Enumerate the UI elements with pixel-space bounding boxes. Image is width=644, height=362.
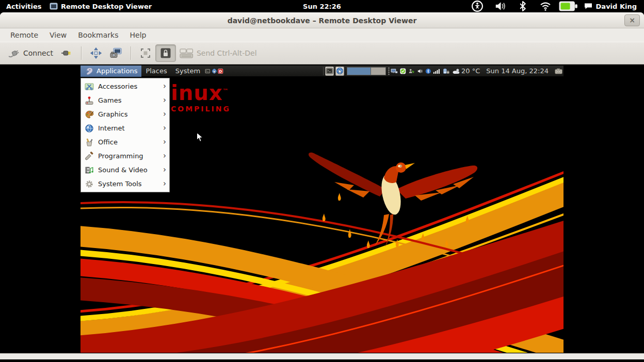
connect-button[interactable]: Connect: [4, 45, 57, 61]
shell-top-bar: Activities Remote Desktop Viewer Sun 22:…: [0, 0, 644, 12]
remote-viewport: inux™ COMPILING david's Home Wastebasket…: [0, 64, 644, 353]
app-menu-item-office[interactable]: Office›: [81, 135, 169, 149]
wifi-icon[interactable]: [536, 0, 555, 12]
app-menu-item-games[interactable]: Games›: [81, 93, 169, 107]
submenu-arrow-icon: ›: [163, 83, 166, 90]
signal-tray-icon[interactable]: [432, 65, 442, 77]
bluetooth-icon[interactable]: [513, 0, 533, 12]
app-menu-item-system-tools[interactable]: System Tools›: [81, 177, 169, 191]
places-menu-button[interactable]: Places: [141, 65, 171, 77]
submenu-arrow-icon: ›: [163, 152, 166, 160]
battery-tray-icon[interactable]: [442, 65, 451, 77]
shell-status-area: David King: [468, 0, 640, 12]
window-titlebar[interactable]: david@netbookdave – Remote Desktop Viewe…: [0, 13, 644, 28]
app-menu-item-label: System Tools: [98, 180, 159, 188]
terminal-icon: [326, 67, 333, 75]
window-menubar: RemoteViewBookmarksHelp: [0, 28, 644, 42]
bluetooth-tray-icon[interactable]: [424, 65, 432, 77]
updates-ok-tray-icon[interactable]: [399, 65, 407, 77]
remote-desktop-tray-icon[interactable]: [390, 65, 399, 77]
take-screenshot-button[interactable]: [106, 45, 126, 61]
user-menu[interactable]: David King: [581, 3, 640, 10]
workspace-switcher[interactable]: [347, 67, 386, 75]
system-menu-button[interactable]: System: [171, 65, 204, 77]
app-menu-item-label: Internet: [98, 124, 159, 132]
app-menu-item-graphics[interactable]: Graphics›: [81, 107, 169, 121]
accessibility-icon[interactable]: [468, 0, 487, 12]
applications-menu-button[interactable]: Applications: [81, 65, 141, 77]
focused-app-label: Remote Desktop Viewer: [61, 3, 152, 10]
desktop-bottom-edge: [0, 359, 644, 362]
focused-app-menu[interactable]: Remote Desktop Viewer: [50, 0, 152, 12]
disconnect-button[interactable]: [57, 45, 76, 61]
submenu-arrow-icon: ›: [163, 138, 166, 146]
remote-screen[interactable]: inux™ COMPILING david's Home Wastebasket…: [81, 65, 564, 353]
globe-icon: [85, 124, 94, 133]
workspace-2[interactable]: [371, 68, 385, 75]
mouse-cursor: [196, 132, 204, 143]
window-toolbar: Connect Send Ctrl-Alt-Del: [0, 42, 644, 64]
app-menu-item-sound-video[interactable]: Sound & Video›: [81, 163, 169, 177]
system-label: System: [175, 67, 200, 75]
d-app-launcher-icon[interactable]: D: [218, 67, 223, 76]
menubar-item-remote[interactable]: Remote: [5, 29, 43, 41]
temperature-label: 20 °C: [461, 67, 480, 75]
volume-tray-icon[interactable]: [416, 65, 424, 77]
remote-gnome-panel: Applications Places System D: [81, 65, 564, 77]
remote-clock[interactable]: Sun 14 Aug, 22:24: [486, 67, 549, 75]
screenshot-icon: [109, 47, 122, 59]
app-menu-item-internet[interactable]: Internet›: [81, 121, 169, 135]
send-ctrl-alt-del-label: Send Ctrl-Alt-Del: [197, 49, 257, 57]
battery-icon[interactable]: [558, 0, 578, 12]
terminal-launcher-icon[interactable]: [205, 67, 211, 76]
toolbar-separator: [131, 46, 131, 60]
activities-button[interactable]: Activities: [6, 0, 42, 12]
submenu-arrow-icon: ›: [163, 166, 166, 174]
browser-launcher-icon[interactable]: [212, 67, 217, 76]
app-menu-item-label: Games: [98, 96, 159, 104]
remote-desktop-viewer-window: david@netbookdave – Remote Desktop Viewe…: [0, 12, 644, 359]
svg-text:D: D: [219, 69, 222, 73]
panel-separator: [323, 67, 324, 75]
places-label: Places: [146, 67, 167, 75]
send-ctrl-alt-del-button[interactable]: Send Ctrl-Alt-Del: [176, 46, 261, 61]
distro-logo-icon: [85, 67, 94, 76]
scaling-icon: [139, 47, 152, 59]
film-note-icon: [85, 166, 94, 175]
weather-tray-icon[interactable]: [451, 65, 461, 77]
connect-plug-icon: [8, 47, 20, 59]
palette-icon: [85, 110, 94, 119]
submenu-arrow-icon: ›: [163, 96, 166, 104]
toolbar-separator: [81, 46, 82, 60]
fullscreen-button[interactable]: [86, 45, 106, 61]
pen-cup-icon: [85, 138, 94, 147]
app-menu-item-accessories[interactable]: Accessories›: [81, 79, 169, 93]
app-menu-item-label: Office: [98, 138, 159, 146]
connect-label: Connect: [23, 49, 53, 57]
workspace-1-active[interactable]: [347, 68, 371, 75]
volume-icon[interactable]: [490, 0, 510, 12]
submenu-arrow-icon: ›: [163, 110, 166, 118]
camera-tray-icon[interactable]: [554, 65, 564, 77]
app-menu-item-label: Programming: [98, 152, 159, 160]
user-status-tray-icon[interactable]: [407, 65, 416, 77]
scaling-toggle-button[interactable]: [136, 45, 155, 61]
disconnect-plug-icon: [60, 47, 73, 59]
trowel-icon: [85, 152, 94, 161]
wallpaper-brand-text: inux™ COMPILING: [171, 83, 231, 113]
gear-icon: [85, 179, 94, 189]
applications-label: Applications: [96, 67, 137, 75]
close-button[interactable]: ×: [624, 14, 640, 26]
window-list-browser[interactable]: [335, 67, 344, 76]
keyboard-grab-toggle-button[interactable]: [155, 44, 176, 62]
app-menu-item-programming[interactable]: Programming›: [81, 149, 169, 163]
globe-cursor-icon: [336, 67, 344, 75]
window-title: david@netbookdave – Remote Desktop Viewe…: [228, 17, 417, 25]
window-list-terminal[interactable]: [325, 67, 334, 76]
menubar-item-bookmarks[interactable]: Bookmarks: [73, 29, 123, 41]
keyboard-icon: [180, 48, 194, 59]
app-menu-item-label: Graphics: [98, 110, 159, 118]
menubar-item-view[interactable]: View: [44, 29, 72, 41]
menubar-item-help[interactable]: Help: [124, 29, 151, 41]
app-window-icon: [50, 2, 58, 10]
